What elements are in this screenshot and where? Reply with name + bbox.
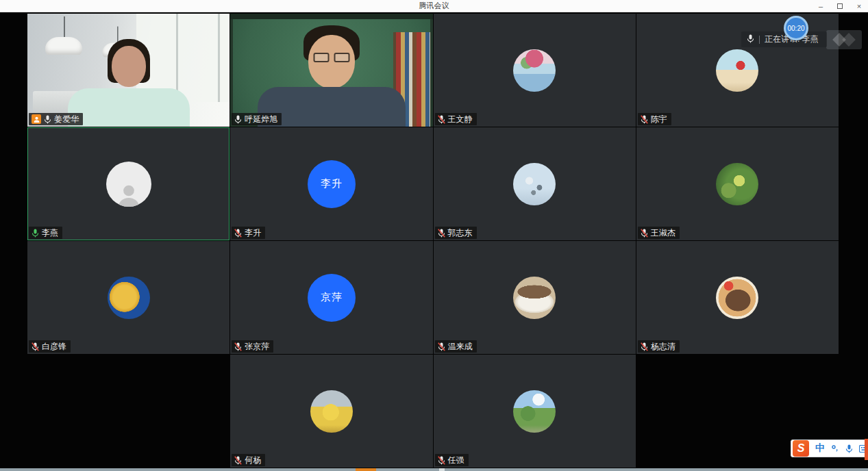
mic-muted-icon (641, 115, 648, 124)
video-tile-杨志清[interactable]: 杨志清 (636, 241, 839, 354)
mic-muted-icon (438, 229, 445, 238)
participant-name: 陈宇 (651, 114, 667, 124)
mic-icon (32, 229, 39, 238)
diamond-icon (842, 33, 856, 47)
participant-nameplate: 白彦锋 (29, 340, 71, 353)
participant-nameplate: 陈宇 (638, 113, 671, 125)
avatar-photo (716, 49, 758, 92)
participant-name: 任强 (448, 455, 464, 465)
participant-name: 李燕 (42, 228, 58, 238)
meeting-window: 腾讯会议 – × 姜爱华 呼延烨旭 王文静 陈宇 李燕李升 李升 郭志东 (0, 0, 868, 471)
mic-muted-icon (32, 342, 39, 351)
participant-name: 王淑杰 (651, 228, 675, 238)
video-tile-王淑杰[interactable]: 王淑杰 (636, 127, 839, 240)
video-tile-姜爱华[interactable]: 姜爱华 (27, 14, 230, 127)
mic-muted-icon (438, 342, 445, 351)
mic-muted-icon (641, 342, 648, 351)
taskbar-sliver (0, 468, 868, 471)
participant-name: 姜爱华 (54, 114, 79, 124)
participant-name: 呼延烨旭 (245, 114, 277, 124)
participant-name: 张京萍 (245, 342, 269, 351)
video-tile-何杨[interactable]: 何杨 (230, 355, 432, 468)
taskbar-segment (439, 468, 445, 471)
participant-nameplate: 姜爱华 (29, 113, 83, 125)
video-grid: 姜爱华 呼延烨旭 王文静 陈宇 李燕李升 李升 郭志东 王淑杰 白彦锋京萍 张京… (27, 14, 839, 468)
video-feed (27, 14, 230, 127)
edge-handle[interactable] (865, 439, 868, 460)
mic-muted-icon (234, 456, 242, 465)
participant-name: 杨志清 (651, 342, 675, 351)
participant-name: 何杨 (245, 455, 261, 465)
window-title: 腾讯会议 (419, 1, 449, 11)
video-tile-陈宇[interactable]: 陈宇 (636, 14, 839, 127)
ime-toolbar: S 中 (791, 440, 868, 457)
title-bar: 腾讯会议 – × (0, 0, 868, 12)
minimize-button[interactable]: – (816, 0, 826, 12)
participant-nameplate: 何杨 (232, 454, 265, 466)
divider (759, 36, 760, 44)
participant-nameplate: 呼延烨旭 (232, 113, 282, 125)
participant-name: 郭志东 (448, 228, 473, 238)
video-tile-李燕[interactable]: 李燕 (27, 127, 230, 240)
mic-muted-icon (438, 115, 445, 124)
mic-muted-icon (234, 229, 242, 238)
avatar-placeholder-person-icon (106, 162, 151, 207)
meeting-timer-text: 00:20 (787, 25, 804, 32)
meeting-timer[interactable]: 00:20 (784, 16, 808, 40)
participant-nameplate: 张京萍 (232, 340, 273, 353)
voice-input-icon[interactable] (845, 444, 853, 453)
avatar-initials: 京萍 (308, 274, 356, 322)
participant-nameplate: 任强 (435, 454, 469, 466)
avatar-photo (716, 277, 758, 319)
participant-nameplate: 李升 (232, 227, 265, 239)
video-feed (230, 14, 432, 127)
avatar-photo (716, 163, 758, 205)
punctuation-icon[interactable] (831, 444, 839, 453)
video-tile-白彦锋[interactable]: 白彦锋 (27, 241, 230, 354)
mic-icon (44, 115, 51, 124)
participant-nameplate: 杨志清 (638, 340, 680, 353)
close-button[interactable]: × (854, 0, 864, 12)
host-badge-person-icon (32, 114, 41, 124)
mic-muted-icon (234, 342, 242, 351)
video-tile-郭志东[interactable]: 郭志东 (434, 127, 636, 240)
mic-muted-icon (641, 229, 648, 238)
participant-name: 温来成 (448, 342, 473, 351)
video-tile-任强[interactable]: 任强 (434, 355, 636, 468)
video-tile-温来成[interactable]: 温来成 (434, 241, 636, 354)
video-tile-呼延烨旭[interactable]: 呼延烨旭 (230, 14, 432, 127)
participant-nameplate: 郭志东 (435, 227, 477, 239)
participant-name: 李升 (245, 228, 261, 238)
video-tile-张京萍[interactable]: 京萍 张京萍 (230, 241, 432, 354)
video-tile-李升[interactable]: 李升 李升 (230, 127, 432, 240)
avatar-photo (513, 390, 556, 433)
avatar-photo (310, 390, 353, 433)
participant-nameplate: 李燕 (29, 227, 62, 239)
mic-icon (234, 115, 242, 124)
speaking-indicator: 正在讲话: 李燕 (741, 31, 827, 47)
avatar-initials: 李升 (308, 160, 356, 208)
participant-nameplate: 温来成 (435, 340, 477, 353)
restore-button[interactable] (835, 0, 845, 12)
avatar-photo (108, 277, 150, 319)
participant-name: 白彦锋 (42, 342, 66, 351)
mic-muted-icon (438, 456, 445, 465)
restore-icon (837, 3, 843, 9)
taskbar-segment (356, 468, 376, 471)
participant-name: 王文静 (448, 114, 473, 124)
avatar-photo (513, 277, 556, 319)
participant-nameplate: 王淑杰 (638, 227, 680, 239)
microphone-icon (747, 34, 754, 46)
sogou-logo-icon[interactable]: S (793, 440, 809, 457)
logo-watermark (826, 30, 862, 49)
avatar-photo (513, 163, 556, 205)
ime-language-toggle[interactable]: 中 (815, 442, 825, 455)
avatar-photo (513, 49, 556, 92)
window-controls: – × (816, 0, 864, 12)
video-tile-王文静[interactable]: 王文静 (434, 14, 636, 127)
participant-nameplate: 王文静 (435, 113, 477, 125)
